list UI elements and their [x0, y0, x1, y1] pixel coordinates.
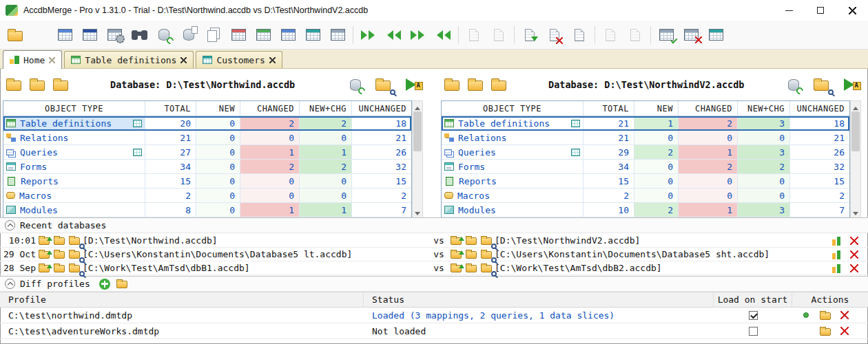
load-on-start-checkbox[interactable]	[749, 311, 758, 320]
remove-recent-pair-button[interactable]	[847, 248, 861, 261]
data-preview-icon[interactable]	[133, 120, 142, 127]
object-row-modules[interactable]: Modules80117	[3, 203, 411, 217]
merge-script-button[interactable]	[486, 23, 511, 47]
sql-view-button[interactable]	[77, 23, 102, 47]
collapse-profiles-button[interactable]	[5, 279, 15, 289]
open-pair-button[interactable]	[449, 248, 463, 261]
edit-pair-button[interactable]	[464, 235, 478, 247]
profile-inactive-spacer[interactable]	[799, 325, 813, 337]
left-objects-report-button[interactable]	[276, 23, 300, 47]
edit-pair-button[interactable]	[464, 262, 478, 275]
open-database-file-button[interactable]	[3, 74, 25, 96]
object-row-macros[interactable]: Macros20002	[3, 189, 411, 203]
copy-button[interactable]	[201, 23, 226, 47]
edit-pair-button[interactable]	[464, 248, 478, 261]
add-profile-button[interactable]	[99, 279, 110, 290]
open-profile-folder-button[interactable]	[818, 309, 832, 321]
object-row-relations[interactable]: Relations2100021	[442, 131, 849, 145]
object-row-queries[interactable]: Queries2701126	[3, 145, 411, 160]
object-row-forms[interactable]: Forms3402232	[442, 160, 849, 174]
scroll-down-icon[interactable]	[413, 208, 422, 217]
scroll-up-icon[interactable]	[851, 101, 860, 111]
tab-customers[interactable]: Customers	[196, 51, 282, 68]
object-row-relations[interactable]: Relations2100021	[3, 131, 411, 145]
maximize-button[interactable]	[805, 0, 836, 21]
all-objects-report-button[interactable]	[325, 23, 350, 47]
right-objects-report-button[interactable]	[300, 23, 325, 47]
scroll-thumb[interactable]	[413, 111, 422, 151]
tab-table-definitions[interactable]: Table definitions	[64, 51, 194, 68]
run-data-compare-button[interactable]	[838, 74, 860, 96]
run-data-compare-button[interactable]	[400, 74, 422, 96]
remove-profile-button[interactable]	[838, 309, 851, 321]
remove-profile-button[interactable]	[838, 325, 851, 337]
data-preview-icon[interactable]	[571, 120, 580, 127]
edit-pair-button[interactable]	[52, 262, 66, 275]
merge-all-to-right-button[interactable]	[406, 23, 431, 47]
object-history-button[interactable]	[623, 23, 648, 47]
open-pair-button[interactable]	[449, 262, 463, 275]
cancel-merge-button[interactable]	[679, 23, 703, 47]
object-row-modules[interactable]: Modules102137	[442, 203, 849, 217]
collapse-recent-button[interactable]	[5, 220, 15, 230]
browse-pair-button[interactable]	[68, 235, 81, 247]
tab-home[interactable]: Home	[3, 50, 62, 69]
refresh-databases-button[interactable]	[152, 23, 176, 47]
browse-pair-button[interactable]	[68, 262, 81, 275]
profile-row[interactable]: C:\test\northwind.dmtdpLoaded (3 mapping…	[0, 308, 868, 323]
open-database-folder-button[interactable]	[26, 74, 48, 96]
table-scrollbar[interactable]	[412, 100, 423, 218]
object-row-macros[interactable]: Macros20002	[442, 189, 849, 203]
apply-merge-button[interactable]	[654, 23, 679, 47]
data-compare-button[interactable]	[703, 23, 728, 47]
object-row-queries[interactable]: Queries2921326	[442, 145, 849, 160]
merge-to-right-button[interactable]	[356, 23, 381, 47]
scroll-up-icon[interactable]	[413, 101, 422, 111]
merge-to-left-button[interactable]	[381, 23, 406, 47]
browse-database-button[interactable]	[372, 74, 394, 96]
compare-objects-button[interactable]	[52, 23, 77, 47]
script-errors-button[interactable]	[542, 23, 567, 47]
edit-pair-button[interactable]	[52, 248, 66, 261]
backup-database-button[interactable]	[176, 23, 201, 47]
new-objects-report-button[interactable]	[251, 23, 276, 47]
search-button[interactable]	[127, 23, 152, 47]
merge-recent-pair-button[interactable]	[829, 248, 843, 261]
profile-row[interactable]: C:\test\adventureWorks.dmtdpNot loaded	[0, 323, 868, 339]
open-database-folder-button[interactable]	[464, 74, 486, 96]
open-pair-button[interactable]	[37, 235, 51, 247]
open-pair-button[interactable]	[37, 248, 51, 261]
open-right-database-button[interactable]	[28, 23, 52, 47]
tab-close-icon[interactable]	[269, 57, 276, 63]
load-on-start-checkbox[interactable]	[749, 327, 758, 336]
minimize-button[interactable]	[773, 0, 805, 21]
table-scrollbar[interactable]	[850, 100, 861, 218]
scroll-thumb[interactable]	[851, 111, 860, 151]
merge-recent-pair-button[interactable]	[829, 235, 843, 247]
recent-databases-button[interactable]	[50, 74, 72, 96]
merge-recent-pair-button[interactable]	[829, 262, 843, 275]
open-profile-folder-button[interactable]	[818, 325, 832, 337]
remove-recent-pair-button[interactable]	[847, 235, 861, 247]
open-profile-file-button[interactable]	[115, 278, 129, 290]
browse-pair-button[interactable]	[479, 248, 493, 261]
object-row-table-definitions[interactable]: Table definitions2002218	[3, 116, 411, 131]
open-database-file-button[interactable]	[441, 74, 463, 96]
merge-all-to-left-button[interactable]	[431, 23, 455, 47]
object-row-forms[interactable]: Forms3402232	[3, 160, 411, 174]
recent-row[interactable]: 28 Sep[C:\Work\Test\AmTsd\dbB1.accdb]vs[…	[0, 261, 868, 275]
data-preview-icon[interactable]	[571, 149, 580, 156]
open-pair-button[interactable]	[449, 235, 463, 247]
run-script-button[interactable]	[517, 23, 542, 47]
recent-databases-button[interactable]	[488, 74, 510, 96]
data-preview-icon[interactable]	[133, 149, 142, 156]
recent-row[interactable]: 29 Oct[C:\Users\Konstantin\Documents\Dat…	[0, 248, 868, 261]
scroll-down-icon[interactable]	[851, 208, 860, 217]
object-row-reports[interactable]: Reports1500015	[3, 174, 411, 189]
recent-row[interactable]: 10:01[D:\Test\Northwind.accdb]vs[D:\Test…	[0, 234, 868, 248]
object-report-button[interactable]	[462, 23, 486, 47]
edit-pair-button[interactable]	[52, 235, 66, 247]
object-row-reports[interactable]: Reports1500015	[442, 174, 849, 189]
open-left-database-button[interactable]	[3, 23, 28, 47]
object-row-table-definitions[interactable]: Table definitions2112318	[442, 116, 849, 131]
